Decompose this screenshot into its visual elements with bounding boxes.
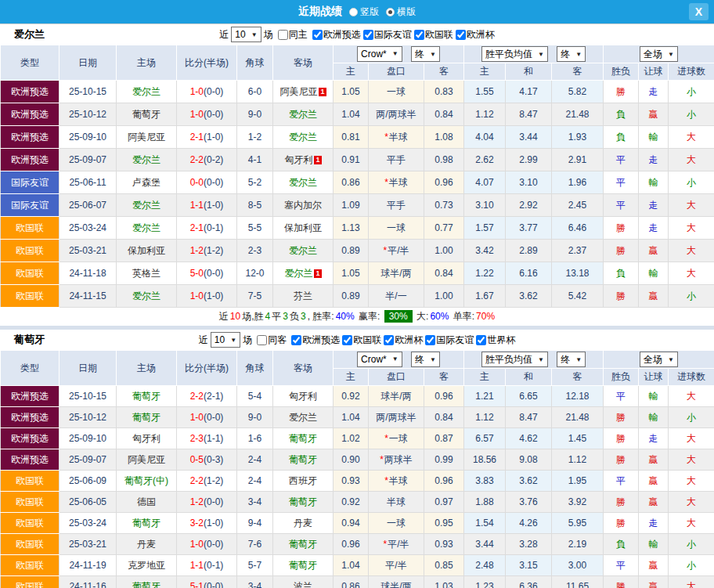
competition-label: 国际友谊 (374, 28, 412, 41)
result-wdl: 勝 (604, 449, 639, 471)
close-button[interactable]: X (689, 3, 709, 20)
result-goals: 小 (669, 171, 714, 194)
competition-checkbox-input[interactable] (414, 30, 424, 40)
eu-home-odds: 1.88 (464, 492, 506, 513)
ah-home-odds: 1.09 (334, 194, 369, 217)
bookmaker-period-select[interactable]: 终▼ (411, 46, 440, 62)
match-row: 欧国联24-11-15爱尔兰1-0(1-0)7-5芬兰0.89半/一1.001.… (1, 285, 714, 308)
layout-radio-option-1[interactable]: 横版 (386, 5, 416, 19)
ah-line: *一球 (369, 428, 424, 449)
match-date: 24-11-18 (60, 262, 117, 285)
ah-away-odds: 0.73 (424, 194, 464, 217)
away-team: 匈牙利 (273, 386, 334, 407)
eu-draw-odds: 8.47 (506, 407, 552, 428)
competition-checkbox-input[interactable] (312, 30, 323, 40)
odds-period-select[interactable]: 终▼ (557, 46, 586, 62)
home-team: 葡萄牙 (117, 513, 177, 534)
corners: 2-3 (237, 240, 273, 262)
same-venue-checkbox[interactable]: 同客 (254, 334, 287, 347)
score: 2-2(0-2) (177, 149, 237, 171)
match-row: 欧洲预选25-09-10匈牙利2-3(1-1)1-6葡萄牙1.02*一球0.87… (1, 428, 714, 449)
competition-checkbox-input[interactable] (476, 335, 486, 345)
eu-home-odds: 1.12 (464, 407, 506, 428)
ah-line: 半/一 (369, 285, 424, 308)
away-team: 保加利亚 (273, 217, 334, 240)
competition-checkbox-input[interactable] (291, 335, 301, 345)
competition-checkbox[interactable]: 欧国联 (412, 28, 453, 41)
bookmaker-select[interactable]: Crow*▼ (357, 46, 402, 62)
result-goals: 大 (669, 513, 714, 534)
competition-checkbox[interactable]: 欧洲杯 (381, 334, 423, 347)
match-type: 欧国联 (1, 471, 60, 492)
bookmaker-select[interactable]: Crow*▼ (357, 352, 402, 367)
eu-draw-odds: 2.92 (506, 194, 552, 217)
competition-checkbox-input[interactable] (342, 335, 352, 345)
match-date: 25-06-11 (60, 171, 117, 194)
ah-away-odds: 0.83 (424, 81, 464, 103)
score: 1-2(1-2) (177, 240, 237, 262)
competition-checkbox[interactable]: 欧国联 (340, 334, 381, 347)
corners: 7-5 (237, 285, 273, 308)
result-goals: 大 (669, 240, 714, 262)
competition-checkbox[interactable]: 欧洲杯 (453, 28, 495, 41)
odds-type-select[interactable]: 胜平负均值▼ (481, 352, 548, 367)
ah-home-odds: 0.90 (334, 449, 369, 471)
scope-select[interactable]: 全场▼ (640, 46, 678, 62)
score: 1-0(0-0) (177, 103, 237, 126)
eu-away-odds: 21.48 (552, 103, 604, 126)
away-team: 葡萄牙 (273, 449, 334, 471)
result-handicap: 走 (639, 149, 669, 171)
bookmaker-period-select[interactable]: 终▼ (411, 352, 440, 367)
match-row: 欧国联25-03-21保加利亚1-2(1-2)2-3爱尔兰0.89*平/半1.0… (1, 240, 714, 262)
scope-select[interactable]: 全场▼ (640, 352, 678, 367)
match-row: 欧国联24-11-16葡萄牙5-1(0-0)3-4波兰0.86球半/两1.031… (1, 576, 714, 588)
away-team: 爱尔兰 (273, 171, 334, 194)
match-count-select[interactable]: 10▼ (211, 332, 240, 348)
favourite-star-icon: * (384, 177, 388, 188)
col-type: 类型 (1, 45, 60, 81)
competition-checkbox[interactable]: 国际友谊 (361, 28, 412, 41)
competition-checkbox-input[interactable] (456, 30, 466, 40)
ah-away-odds: 0.84 (424, 103, 464, 126)
competition-checkbox[interactable]: 国际友谊 (423, 334, 474, 347)
eu-draw-odds: 4.62 (506, 428, 552, 449)
matches-table: 类型 日期 主场 比分(半场) 角球 客场 Crow*▼ 终▼ 胜平负均值▼ 终… (0, 45, 714, 308)
match-type: 欧国联 (1, 492, 60, 513)
competition-checkbox-input[interactable] (363, 30, 373, 40)
section-control-bar: 爱尔兰 近 10▼ 场 同主 欧洲预选国际友谊欧国联欧洲杯 (0, 24, 714, 45)
competition-filter-group: 欧洲预选国际友谊欧国联欧洲杯 (310, 28, 495, 41)
eu-draw-odds: 3.62 (506, 285, 552, 308)
eu-home-odds: 1.54 (464, 513, 506, 534)
away-team: 爱尔兰 (273, 407, 334, 428)
competition-checkbox[interactable]: 欧洲预选 (310, 28, 361, 41)
same-venue-checkbox-input[interactable] (257, 335, 267, 345)
competition-checkbox-input[interactable] (384, 335, 394, 345)
chevron-down-icon: ▼ (575, 51, 582, 58)
competition-filter-group: 欧洲预选欧国联欧洲杯国际友谊世界杯 (289, 334, 515, 347)
odds-period-select[interactable]: 终▼ (557, 352, 586, 367)
layout-radio-option-0[interactable]: 竖版 (349, 5, 379, 19)
page-title: 近期战绩 (298, 5, 342, 19)
ah-away-odds: 0.95 (424, 513, 464, 534)
same-venue-checkbox-input[interactable] (278, 30, 288, 40)
col-score: 比分(半场) (177, 45, 237, 81)
ah-home-odds: 0.96 (334, 534, 369, 555)
home-team: 葡萄牙 (117, 103, 177, 126)
chevron-down-icon: ▼ (668, 356, 674, 363)
odds-type-select[interactable]: 胜平负均值▼ (481, 46, 548, 62)
result-handicap: 走 (639, 194, 669, 217)
same-venue-checkbox[interactable]: 同主 (276, 28, 308, 41)
favourite-star-icon: * (383, 539, 387, 550)
home-team: 葡萄牙 (117, 576, 177, 588)
result-goals: 大 (669, 194, 714, 217)
competition-checkbox[interactable]: 欧洲预选 (289, 334, 340, 347)
match-count-select[interactable]: 10▼ (231, 27, 261, 42)
competition-checkbox-input[interactable] (425, 335, 435, 345)
eu-away-odds: 1.96 (552, 171, 604, 194)
away-team: 丹麦 (273, 513, 334, 534)
score: 2-2(1-2) (177, 471, 237, 492)
competition-checkbox[interactable]: 世界杯 (474, 334, 515, 347)
ah-away-odds: 0.99 (424, 449, 464, 471)
home-team: 葡萄牙(中) (117, 471, 177, 492)
ah-home-odds: 0.86 (334, 576, 369, 588)
